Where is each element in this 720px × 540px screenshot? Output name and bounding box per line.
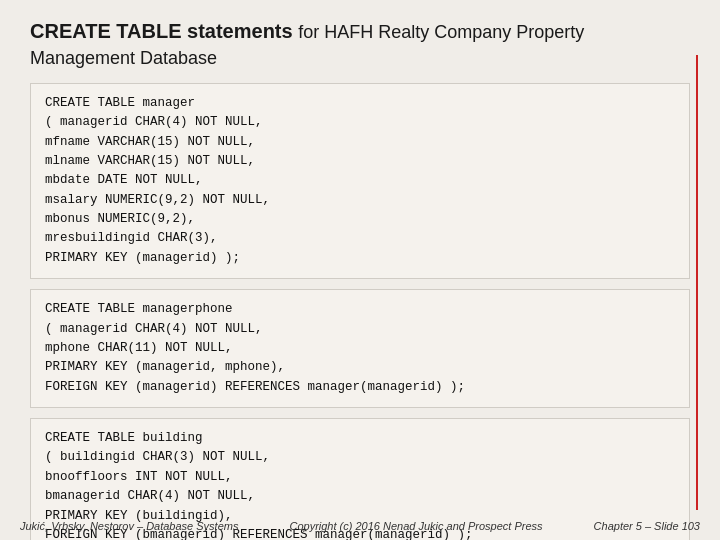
code-line: bmanagerid CHAR(4) NOT NULL, [45,487,675,506]
red-margin-line [696,55,698,510]
code-line: PRIMARY KEY (managerid, mphone), [45,358,675,377]
code-line: msalary NUMERIC(9,2) NOT NULL, [45,191,675,210]
code-line: mlname VARCHAR(15) NOT NULL, [45,152,675,171]
code-line: FOREIGN KEY (managerid) REFERENCES manag… [45,378,675,397]
code-line: PRIMARY KEY (managerid) ); [45,249,675,268]
code-line: ( buildingid CHAR(3) NOT NULL, [45,448,675,467]
code-section-managerphone: CREATE TABLE managerphone ( managerid CH… [30,289,690,408]
code-line: mbonus NUMERIC(9,2), [45,210,675,229]
title-bold: CREATE TABLE statements [30,20,293,42]
page: CREATE TABLE statements for HAFH Realty … [0,0,720,540]
code-line: mresbuildingid CHAR(3), [45,229,675,248]
footer-copyright: Copyright (c) 2016 Nenad Jukic and Prosp… [289,520,542,532]
code-line: bnooffloors INT NOT NULL, [45,468,675,487]
code-section-manager: CREATE TABLE manager ( managerid CHAR(4)… [30,83,690,279]
code-line: mbdate DATE NOT NULL, [45,171,675,190]
page-title: CREATE TABLE statements for HAFH Realty … [30,18,690,71]
code-line: mphone CHAR(11) NOT NULL, [45,339,675,358]
footer: Jukić, Vrbsky, Nestorov – Database Syste… [0,520,720,532]
code-line: CREATE TABLE manager [45,94,675,113]
code-line: CREATE TABLE managerphone [45,300,675,319]
footer-author: Jukić, Vrbsky, Nestorov – Database Syste… [20,520,238,532]
code-line: CREATE TABLE building [45,429,675,448]
code-line: mfname VARCHAR(15) NOT NULL, [45,133,675,152]
code-line: ( managerid CHAR(4) NOT NULL, [45,320,675,339]
footer-chapter: Chapter 5 – Slide 103 [594,520,700,532]
code-line: ( managerid CHAR(4) NOT NULL, [45,113,675,132]
